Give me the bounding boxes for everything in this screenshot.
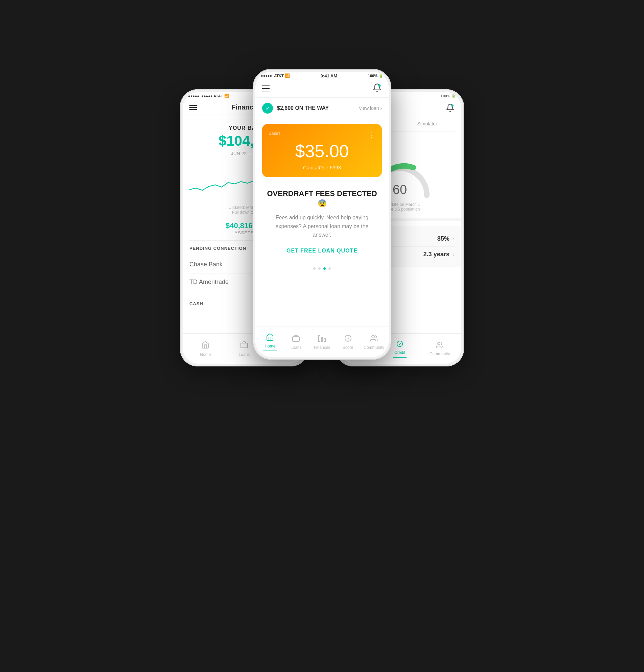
carrier-name-left: ●●●●● AT&T xyxy=(201,94,223,98)
battery-right: 100% 🔋 xyxy=(441,94,456,98)
credit-age: 2.3 years xyxy=(423,251,449,258)
credit-icon-right xyxy=(396,340,403,349)
phone-center-screen: ●●●●● AT&T 📶 9:41 AM 100% 🔋 xyxy=(255,72,389,357)
get-quote-button[interactable]: GET FREE LOAN QUOTE xyxy=(286,248,358,254)
battery-icon-right: 🔋 xyxy=(451,94,456,98)
carrier-name-center: AT&T xyxy=(274,74,284,78)
signal-dots-center: ●●●●● xyxy=(261,74,272,78)
overdraft-title: OVERDRAFT FEES DETECTED 😨 xyxy=(266,189,378,208)
nav-label-score-center: Score xyxy=(343,345,353,350)
dot-4 xyxy=(328,267,331,270)
battery-pct-right: 100% xyxy=(441,94,450,98)
svg-rect-8 xyxy=(324,339,325,341)
overdraft-description: Fees add up quickly. Need help paying ex… xyxy=(266,213,378,239)
nav-label-finances-center: Finances xyxy=(314,345,330,350)
svg-point-16 xyxy=(438,342,440,345)
alert-menu[interactable]: ⋮ xyxy=(368,131,375,139)
nav-label-community-center: Community xyxy=(364,345,384,350)
carrier-center: ●●●●● AT&T 📶 xyxy=(261,73,290,78)
check-circle: ✓ xyxy=(262,103,273,113)
dot-2 xyxy=(318,267,321,270)
alert-card: #alert ⋮ $35.00 CapitalOne 6393 xyxy=(262,124,382,177)
nav-home-left[interactable]: Home xyxy=(186,341,225,357)
view-loan-text: view loan › xyxy=(359,106,382,111)
hamburger-line-c2 xyxy=(262,88,270,89)
accounts-pct: 85% xyxy=(437,235,449,242)
svg-rect-6 xyxy=(319,335,320,341)
nav-community-right[interactable]: Community xyxy=(420,341,460,356)
svg-point-11 xyxy=(451,105,454,107)
nav-home-center[interactable]: Home xyxy=(257,333,283,351)
card-dots xyxy=(255,267,389,270)
bottom-nav-center: Home Loans Finances xyxy=(255,326,389,357)
view-loan-link[interactable]: view loan › xyxy=(359,106,382,111)
loan-banner[interactable]: ✓ $2,600 ON THE WAY view loan › xyxy=(255,98,389,119)
svg-rect-0 xyxy=(241,343,248,348)
phone-center: ●●●●● AT&T 📶 9:41 AM 100% 🔋 xyxy=(253,69,391,360)
loans-icon-center xyxy=(292,334,300,344)
battery-icon-center: 🔋 xyxy=(378,74,383,78)
community-icon-right xyxy=(436,341,443,350)
chevron-accounts: › xyxy=(453,236,455,242)
hamburger-line-2 xyxy=(189,107,197,108)
nav-community-center[interactable]: Community xyxy=(361,334,387,350)
hamburger-line-c3 xyxy=(262,92,270,92)
svg-rect-7 xyxy=(321,337,323,341)
wifi-icon-left: 📶 xyxy=(224,94,229,98)
dot-3 xyxy=(323,267,326,270)
hamburger-line-c1 xyxy=(262,85,270,85)
loans-icon-left xyxy=(240,341,248,351)
signal-dots-left: ●●●●● xyxy=(188,94,199,98)
hamburger-line-3 xyxy=(189,109,197,110)
carrier-left: ●●●●● ●●●●● AT&T 📶 xyxy=(188,94,229,98)
battery-pct-center: 100% xyxy=(368,74,377,78)
time-center: 9:41 AM xyxy=(321,73,337,79)
alert-amount: $35.00 xyxy=(269,141,375,161)
nav-finances-center[interactable]: Finances xyxy=(309,334,335,350)
nav-underline-home-center xyxy=(263,350,277,351)
center-phone-header xyxy=(255,80,389,98)
overdraft-section: OVERDRAFT FEES DETECTED 😨 Fees add up qu… xyxy=(255,182,389,261)
score-number: 60 xyxy=(393,182,407,197)
hamburger-menu-left[interactable] xyxy=(189,105,197,110)
hamburger-menu-center[interactable] xyxy=(262,85,270,92)
alert-source: CapitalOne 6393 xyxy=(269,165,375,170)
community-icon-center xyxy=(370,334,378,344)
svg-rect-5 xyxy=(293,337,299,341)
bell-icon-right[interactable] xyxy=(446,104,455,113)
nav-score-center[interactable]: Score xyxy=(335,334,361,350)
svg-point-10 xyxy=(372,335,374,338)
tab-simulator-label: Simulator xyxy=(417,121,437,127)
dot-1 xyxy=(313,267,316,270)
nav-label-loans-center: Loans xyxy=(291,345,302,350)
score-icon-center xyxy=(344,334,352,344)
chevron-credit-age: › xyxy=(453,252,455,257)
nav-label-community-right: Community xyxy=(430,351,450,356)
finances-icon-center xyxy=(318,334,326,344)
phones-container: ●●●●● ●●●●● AT&T 📶 9:41 Finance xyxy=(170,49,474,623)
nav-loans-center[interactable]: Loans xyxy=(283,334,309,350)
hamburger-line-1 xyxy=(189,105,197,106)
battery-center: 100% 🔋 xyxy=(368,74,383,78)
alert-tag: #alert xyxy=(269,131,375,136)
nav-label-home-center: Home xyxy=(265,344,275,348)
bell-icon-center[interactable] xyxy=(372,83,382,94)
wifi-icon-center: 📶 xyxy=(285,73,290,78)
nav-label-credit-right: Credit xyxy=(394,350,405,355)
home-icon-center xyxy=(266,333,274,343)
tab-simulator[interactable]: Simulator xyxy=(400,117,455,131)
home-icon-left xyxy=(201,341,209,351)
nav-underline-credit-right xyxy=(393,357,407,358)
nav-label-home-left: Home xyxy=(200,352,211,357)
nav-label-loans-left: Loans xyxy=(239,352,250,357)
svg-point-4 xyxy=(378,84,381,87)
loan-text: $2,600 ON THE WAY xyxy=(277,105,359,111)
check-icon: ✓ xyxy=(266,105,270,111)
status-bar-center: ●●●●● AT&T 📶 9:41 AM 100% 🔋 xyxy=(255,72,389,80)
